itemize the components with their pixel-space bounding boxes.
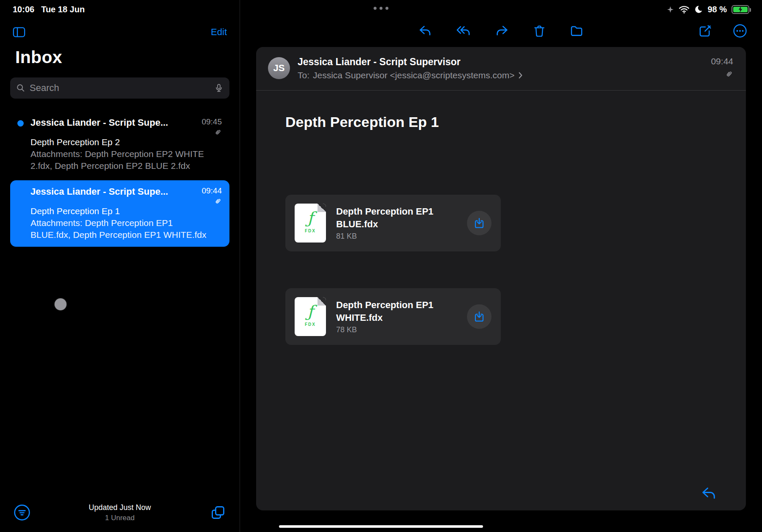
email-preview: Attachments: Depth Perception EP2 WHITE … [30, 148, 222, 172]
sidebar-footer: Updated Just Now 1 Unread [0, 493, 240, 532]
attachment-paperclip-icon [214, 197, 222, 205]
message-paperclip-icon [725, 70, 733, 78]
status-bar: 10:06 Tue 18 Jun 98 % [0, 0, 762, 19]
recipient-chevron-icon [518, 72, 523, 79]
download-attachment-button[interactable] [467, 211, 491, 235]
message-toolbar-right [698, 24, 747, 38]
message-header: JS Jessica Liander - Script Supervisor T… [256, 47, 746, 91]
email-preview: Attachments: Depth Perception EP1 BLUE.f… [30, 217, 222, 241]
email-list-item-ep1[interactable]: Jessica Liander - Script Supe... 09:44 D… [10, 180, 229, 247]
moon-focus-icon [694, 5, 703, 14]
message-pane: JS Jessica Liander - Script Supervisor T… [240, 19, 762, 532]
email-list: Jessica Liander - Script Supe... 09:45 D… [0, 111, 240, 247]
wifi-icon [679, 5, 690, 14]
fdx-file-icon: ƒ FDX [295, 204, 326, 243]
updated-status: Updated Just Now [88, 503, 151, 512]
attachment-card-blue[interactable]: ƒ FDX Depth Perception EP1 BLUE.fdx 81 K… [285, 195, 501, 251]
reply-button[interactable] [417, 24, 433, 38]
forward-button[interactable] [494, 24, 510, 38]
email-subject: Depth Perception Ep 1 [30, 206, 222, 216]
battery-icon [732, 5, 749, 14]
attachment-card-white[interactable]: ƒ FDX Depth Perception EP1 WHITE.fdx 78 … [285, 288, 501, 345]
trash-button[interactable] [533, 24, 546, 38]
attachment-paperclip-icon [214, 128, 222, 136]
to-label: To: [298, 70, 309, 80]
filter-button[interactable] [14, 504, 30, 521]
fdx-file-icon: ƒ FDX [295, 297, 326, 336]
mailbox-sidebar: Edit Inbox Jessica Liander - Script Supe… [0, 19, 240, 532]
attachment-name: Depth Perception EP1 WHITE.fdx [336, 299, 463, 324]
message-recipient-row[interactable]: To: Jessica Supervisor <jessica@scriptes… [298, 70, 711, 80]
compose-button[interactable] [210, 504, 226, 521]
attachment-size: 78 KB [336, 325, 463, 334]
home-indicator[interactable] [279, 525, 483, 528]
battery-percent: 98 % [707, 5, 727, 14]
attachment-size: 81 KB [336, 232, 463, 241]
message-card: JS Jessica Liander - Script Supervisor T… [256, 47, 746, 510]
folder-move-button[interactable] [569, 24, 584, 38]
search-input[interactable] [30, 83, 210, 94]
compose-new-button[interactable] [698, 24, 712, 38]
message-subject: Depth Perception Ep 1 [285, 114, 439, 130]
message-sender-name: Jessica Liander - Script Supervisor [298, 56, 711, 68]
recipient-address: Jessica Supervisor <jessica@scriptesyste… [313, 70, 514, 80]
download-attachment-button[interactable] [467, 304, 491, 329]
search-icon [16, 83, 25, 93]
more-options-button[interactable] [733, 24, 747, 38]
status-date: Tue 18 Jun [41, 5, 85, 14]
reply-all-button[interactable] [456, 24, 472, 38]
sparkle-status-icon [667, 6, 674, 13]
attachment-name: Depth Perception EP1 BLUE.fdx [336, 205, 463, 230]
email-time: 09:45 [202, 117, 222, 127]
email-sender: Jessica Liander - Script Supe... [30, 186, 197, 197]
pointer-cursor-dot [55, 298, 66, 310]
email-time: 09:44 [202, 186, 222, 196]
microphone-icon[interactable] [214, 83, 224, 93]
unread-count: 1 Unread [88, 514, 151, 522]
email-list-item-ep2[interactable]: Jessica Liander - Script Supe... 09:45 D… [10, 111, 229, 178]
quick-reply-button[interactable] [699, 485, 718, 502]
email-sender: Jessica Liander - Script Supe... [30, 117, 197, 128]
email-subject: Depth Perception Ep 2 [30, 137, 222, 147]
search-field[interactable] [10, 77, 229, 99]
status-time: 10:06 [13, 5, 34, 14]
unread-dot [17, 120, 24, 127]
edit-button[interactable]: Edit [211, 27, 227, 38]
mailbox-title: Inbox [15, 47, 240, 67]
message-time: 09:44 [711, 56, 733, 66]
sender-avatar: JS [268, 57, 290, 79]
sidebar-toggle-button[interactable] [12, 26, 26, 39]
multitasking-indicator-icon[interactable] [374, 7, 389, 10]
message-toolbar [417, 24, 584, 38]
